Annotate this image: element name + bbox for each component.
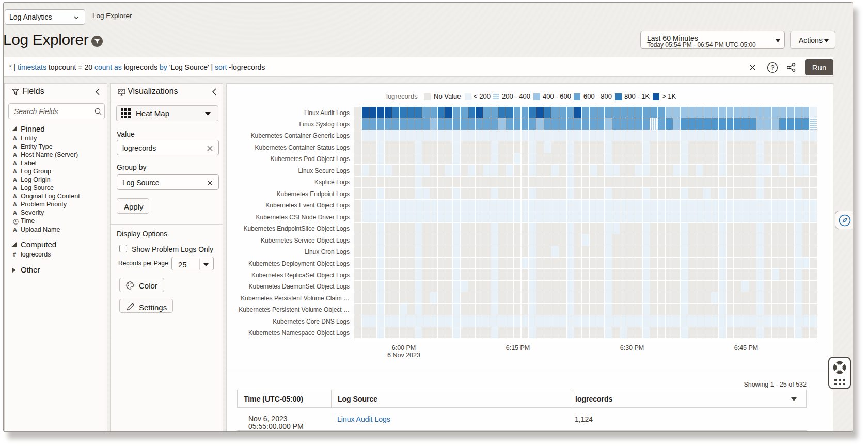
svg-text:?: ? [771,64,775,71]
